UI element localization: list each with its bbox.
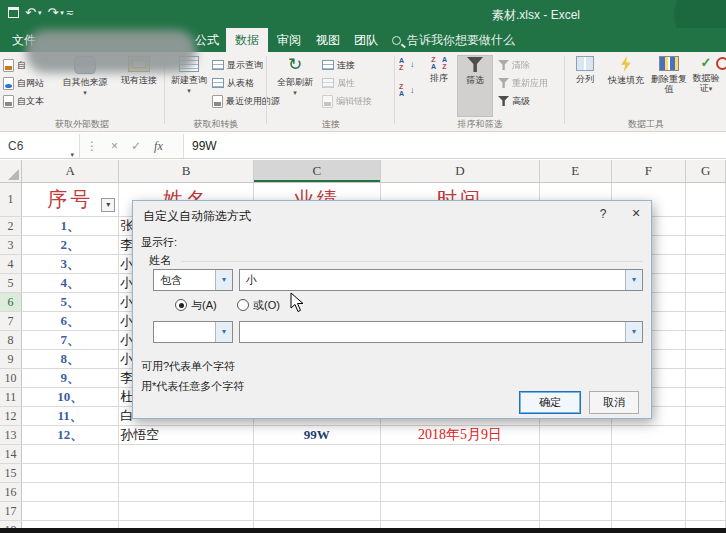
row-header-17[interactable]: 17 (0, 502, 22, 520)
redo-button[interactable]: ↷ (47, 5, 58, 20)
cell-A5[interactable]: 4、 (22, 274, 119, 292)
row-header-13[interactable]: 13 (0, 426, 22, 444)
row-header-8[interactable]: 8 (0, 331, 22, 349)
cell-A15[interactable] (22, 464, 119, 482)
sort-ascending-button[interactable]: AZ↓ (399, 56, 415, 72)
confirm-entry-icon[interactable]: ✓ (131, 139, 141, 153)
advanced-filter-button[interactable]: 高级 (498, 93, 530, 109)
customize-qat-icon[interactable]: ≂ (66, 7, 74, 18)
from-access-button[interactable]: 自 (3, 57, 26, 73)
cell-A12[interactable]: 11、 (22, 407, 119, 425)
cell-G16[interactable] (686, 483, 726, 501)
name-box[interactable]: C6 ▾ (0, 134, 80, 158)
cell-A10[interactable]: 9、 (22, 369, 119, 387)
row-header-15[interactable]: 15 (0, 464, 22, 482)
sort-descending-button[interactable]: ZA↓ (399, 82, 415, 98)
cell-D14[interactable] (381, 445, 540, 463)
select-all-button[interactable] (0, 160, 22, 182)
cell-F17[interactable] (612, 502, 687, 520)
cell-A17[interactable] (22, 502, 119, 520)
cell-G17[interactable] (686, 502, 726, 520)
flash-fill-button[interactable]: 快速填充 (604, 55, 648, 117)
cell-A8[interactable]: 7、 (22, 331, 119, 349)
radio-or[interactable]: 或(O) (237, 298, 280, 313)
row-header-7[interactable]: 7 (0, 312, 22, 330)
row-header-9[interactable]: 9 (0, 350, 22, 368)
cell-E15[interactable] (540, 464, 612, 482)
cell-G7[interactable] (686, 312, 726, 330)
undo-button[interactable]: ↶ (25, 5, 36, 20)
cell-A4[interactable]: 3、 (22, 255, 119, 273)
row-header-10[interactable]: 10 (0, 369, 22, 387)
row-header-3[interactable]: 3 (0, 236, 22, 254)
row-header-11[interactable]: 11 (0, 388, 22, 406)
from-web-button[interactable]: 自网站 (3, 75, 44, 91)
dialog-close-button[interactable]: × (625, 205, 647, 221)
from-text-button[interactable]: 自文本 (3, 93, 44, 109)
cell-F13[interactable] (612, 426, 687, 444)
cancel-button[interactable]: 取消 (589, 391, 639, 414)
cell-A13[interactable]: 12、 (22, 426, 119, 444)
cell-A2[interactable]: 1、 (22, 217, 119, 235)
radio-and-icon[interactable] (175, 299, 187, 311)
chevron-down-icon[interactable]: ▾ (215, 322, 232, 342)
cell-F15[interactable] (612, 464, 687, 482)
cell-G11[interactable] (686, 388, 726, 406)
insert-function-icon[interactable]: fx (154, 139, 163, 154)
row-header-16[interactable]: 16 (0, 483, 22, 501)
row-header-2[interactable]: 2 (0, 217, 22, 235)
column-header-B[interactable]: B (119, 160, 253, 182)
from-table-button[interactable]: 从表格 (212, 75, 254, 91)
cell-B14[interactable] (119, 445, 253, 463)
recent-sources-button[interactable]: 最近使用的源 (212, 93, 280, 109)
row-header-1[interactable]: 1 (0, 183, 22, 216)
cell-A14[interactable] (22, 445, 119, 463)
tab-data[interactable]: 数据 (226, 28, 268, 52)
filter-button[interactable]: 筛选 (457, 55, 493, 117)
remove-duplicates-button[interactable]: 删除重复值 (650, 55, 688, 117)
autofilter-dropdown-button[interactable]: ▾ (101, 198, 115, 212)
cell-A6[interactable]: 5、 (22, 293, 119, 311)
cell-G9[interactable] (686, 350, 726, 368)
cell-F16[interactable] (612, 483, 687, 501)
cell-B16[interactable] (119, 483, 253, 501)
radio-or-icon[interactable] (237, 299, 249, 311)
cell-D16[interactable] (381, 483, 540, 501)
column-header-D[interactable]: D (381, 160, 540, 182)
column-header-E[interactable]: E (540, 160, 612, 182)
row-header-6[interactable]: 6 (0, 293, 22, 311)
cell-C14[interactable] (254, 445, 381, 463)
chevron-down-icon[interactable]: ▾ (625, 322, 642, 342)
dialog-help-button[interactable]: ? (593, 207, 613, 221)
cell-C16[interactable] (254, 483, 381, 501)
cell-A9[interactable]: 8、 (22, 350, 119, 368)
cell-A1[interactable]: 序号▾ (22, 183, 119, 216)
refresh-all-button[interactable]: ↻ 全部刷新▾ (272, 55, 318, 117)
row-header-5[interactable]: 5 (0, 274, 22, 292)
cell-G8[interactable] (686, 331, 726, 349)
row-header-4[interactable]: 4 (0, 255, 22, 273)
cell-C13[interactable]: 99W (254, 426, 381, 444)
sort-button[interactable]: ZAAZ 排序 (423, 55, 455, 117)
row-header-12[interactable]: 12 (0, 407, 22, 425)
operator-dropdown-1[interactable]: 包含 ▾ (153, 269, 233, 291)
cell-D15[interactable] (381, 464, 540, 482)
column-header-F[interactable]: F (612, 160, 687, 182)
row-header-14[interactable]: 14 (0, 445, 22, 463)
value-combobox-1[interactable]: 小 ▾ (239, 269, 643, 291)
cell-G10[interactable] (686, 369, 726, 387)
cell-A11[interactable]: 10、 (22, 388, 119, 406)
cell-G13[interactable] (686, 426, 726, 444)
save-icon[interactable] (8, 7, 19, 18)
cell-C17[interactable] (254, 502, 381, 520)
redo-dropdown-icon[interactable]: ▾ (60, 9, 64, 17)
cell-G14[interactable] (686, 445, 726, 463)
data-validation-button[interactable]: ✓ 数据验证▾ (690, 55, 722, 117)
value-combobox-2[interactable]: ▾ (239, 321, 643, 343)
formula-input[interactable]: 99W (183, 134, 726, 158)
cell-G12[interactable] (686, 407, 726, 425)
chevron-down-icon[interactable]: ▾ (215, 270, 232, 290)
chevron-down-icon[interactable]: ▾ (625, 270, 642, 290)
cell-G3[interactable] (686, 236, 726, 254)
cell-C15[interactable] (254, 464, 381, 482)
